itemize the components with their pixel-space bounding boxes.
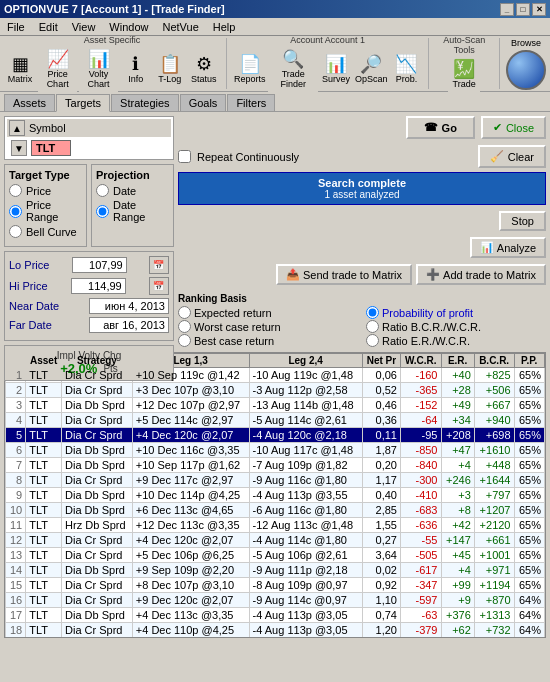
trade-button[interactable]: 💹 Trade	[448, 57, 480, 92]
ranking-prob-radio[interactable]	[366, 306, 379, 319]
row-pp: 64%	[514, 623, 545, 638]
ranking-best-radio[interactable]	[178, 334, 191, 347]
go-button[interactable]: ☎ Go	[406, 116, 475, 139]
main-content: ▲ Symbol ▼ TLT Target Type Price	[0, 112, 550, 352]
table-row[interactable]: 18 TLT Dia Cr Sprd +4 Dec 110p @4,25 -4 …	[6, 623, 545, 638]
target-price-radio[interactable]	[9, 184, 22, 197]
symbol-down-button[interactable]: ▼	[11, 140, 27, 156]
menu-file[interactable]: File	[4, 20, 28, 34]
table-row[interactable]: 1 TLT Dia Cr Sprd +10 Sep 119c @1,42 -10…	[6, 368, 545, 383]
table-row[interactable]: 5 TLT Dia Cr Sprd +4 Dec 120c @2,07 -4 A…	[6, 428, 545, 443]
analyze-button[interactable]: 📊 Analyze	[470, 237, 546, 258]
close-button[interactable]: ✕	[532, 3, 546, 16]
close-button[interactable]: ✔ Close	[481, 116, 546, 139]
table-row[interactable]: 8 TLT Dia Cr Sprd +9 Dec 117c @2,97 -9 A…	[6, 473, 545, 488]
menu-edit[interactable]: Edit	[36, 20, 61, 34]
tab-strategies[interactable]: Strategies	[111, 94, 179, 111]
projection-box: Projection Date Date Range	[91, 164, 174, 247]
target-price-range-radio[interactable]	[9, 205, 22, 218]
price-chart-label: Price Chart	[42, 69, 73, 89]
table-row[interactable]: 3 TLT Dia Db Sprd +12 Dec 107p @2,97 -13…	[6, 398, 545, 413]
table-row[interactable]: 11 TLT Hrz Db Sprd +12 Dec 113c @3,35 -1…	[6, 518, 545, 533]
menu-netvue[interactable]: NetVue	[159, 20, 201, 34]
tab-targets[interactable]: Targets	[56, 94, 110, 112]
row-netpr: 0,06	[362, 368, 400, 383]
row-er: +3	[441, 488, 474, 503]
table-row[interactable]: 12 TLT Dia Cr Sprd +4 Dec 120c @2,07 -4 …	[6, 533, 545, 548]
send-icon: 📤	[286, 268, 300, 281]
row-bcr: +825	[474, 368, 514, 383]
reports-button[interactable]: 📄 Reports	[233, 52, 267, 87]
table-row[interactable]: 14 TLT Dia Db Sprd +9 Sep 109p @2,20 -9 …	[6, 563, 545, 578]
row-er: +4	[441, 458, 474, 473]
row-leg2: -4 Aug 113p @3,05	[249, 623, 362, 638]
go-label: Go	[442, 122, 457, 134]
row-asset: TLT	[26, 533, 62, 548]
prob-button[interactable]: 📉 Prob.	[390, 52, 422, 87]
table-row[interactable]: 9 TLT Dia Db Sprd +10 Dec 114p @4,25 -4 …	[6, 488, 545, 503]
row-pp: 65%	[514, 563, 545, 578]
table-row[interactable]: 6 TLT Dia Db Sprd +10 Dec 116c @3,35 -10…	[6, 443, 545, 458]
survey-button[interactable]: 📊 Survey	[320, 52, 352, 87]
opscan-button[interactable]: 🔎 OpScan	[354, 52, 388, 87]
table-row[interactable]: 19 TLT Dia Db Sprd +8 Dec 120c @2,07 -8 …	[6, 638, 545, 639]
row-leg2: -9 Aug 114c @0,97	[249, 593, 362, 608]
title-buttons[interactable]: _ □ ✕	[500, 3, 546, 16]
add-trade-to-matrix-button[interactable]: ➕ Add trade to Matrix	[416, 264, 546, 285]
table-row[interactable]: 13 TLT Dia Cr Sprd +5 Dec 106p @6,25 -5 …	[6, 548, 545, 563]
stop-button[interactable]: Stop	[499, 211, 546, 231]
row-num: 12	[6, 533, 26, 548]
matrix-button[interactable]: ▦ Matrix	[4, 52, 36, 87]
near-date-input[interactable]	[89, 298, 169, 314]
table-row[interactable]: 16 TLT Dia Cr Sprd +9 Dec 120c @2,07 -9 …	[6, 593, 545, 608]
repeat-checkbox[interactable]	[178, 150, 191, 163]
tab-assets[interactable]: Assets	[4, 94, 55, 111]
data-table-wrapper[interactable]: Asset Strategy Leg 1,3 Leg 2,4 Net Pr W.…	[4, 352, 546, 638]
ranking-worst-radio[interactable]	[178, 320, 191, 333]
status-button[interactable]: ⚙ Status	[188, 52, 220, 87]
account-buttons: 📄 Reports 🔍 Trade Finder 📊 Survey 🔎 OpSc…	[233, 47, 423, 92]
lo-price-input[interactable]	[72, 257, 127, 273]
table-row[interactable]: 10 TLT Dia Db Sprd +6 Dec 113c @4,65 -6 …	[6, 503, 545, 518]
ranking-expected-radio[interactable]	[178, 306, 191, 319]
proj-date-range-radio[interactable]	[96, 205, 109, 218]
row-num: 18	[6, 623, 26, 638]
row-strategy: Dia Cr Sprd	[62, 473, 133, 488]
ranking-ratio-er-radio[interactable]	[366, 334, 379, 347]
menu-help[interactable]: Help	[210, 20, 239, 34]
hi-price-input[interactable]	[71, 278, 126, 294]
table-row[interactable]: 7 TLT Dia Db Sprd +10 Sep 117p @1,62 -7 …	[6, 458, 545, 473]
target-bell-curve-radio[interactable]	[9, 225, 22, 238]
row-leg1: +5 Dec 114c @2,97	[132, 413, 249, 428]
row-num: 15	[6, 578, 26, 593]
lo-price-button[interactable]: 📅	[149, 256, 169, 274]
proj-date-radio[interactable]	[96, 184, 109, 197]
hi-price-button[interactable]: 📅	[149, 277, 169, 295]
trade-finder-button[interactable]: 🔍 Trade Finder	[268, 47, 318, 92]
symbol-header: ▲ Symbol	[7, 119, 171, 137]
price-chart-button[interactable]: 📈 Price Chart	[38, 47, 77, 92]
table-row[interactable]: 15 TLT Dia Cr Sprd +8 Dec 107p @3,10 -8 …	[6, 578, 545, 593]
table-row[interactable]: 4 TLT Dia Cr Sprd +5 Dec 114c @2,97 -5 A…	[6, 413, 545, 428]
row-pp: 65%	[514, 443, 545, 458]
chart-icon: 📊	[480, 241, 494, 254]
tlog-button[interactable]: 📋 T-Log	[154, 52, 186, 87]
symbol-up-button[interactable]: ▲	[9, 120, 25, 136]
maximize-button[interactable]: □	[516, 3, 530, 16]
symbol-value[interactable]: TLT	[31, 140, 71, 156]
table-row[interactable]: 2 TLT Dia Cr Sprd +3 Dec 107p @3,10 -3 A…	[6, 383, 545, 398]
tab-goals[interactable]: Goals	[180, 94, 227, 111]
row-er: +9	[441, 593, 474, 608]
far-date-input[interactable]	[89, 317, 169, 333]
info-button[interactable]: ℹ Info	[120, 52, 152, 87]
minimize-button[interactable]: _	[500, 3, 514, 16]
row-er: +99	[441, 578, 474, 593]
tab-filters[interactable]: Filters	[227, 94, 275, 111]
volty-chart-button[interactable]: 📊 Volty Chart	[79, 47, 118, 92]
send-trade-to-matrix-button[interactable]: 📤 Send trade to Matrix	[276, 264, 412, 285]
clear-button[interactable]: 🧹 Clear	[478, 145, 546, 168]
menu-view[interactable]: View	[69, 20, 99, 34]
menu-window[interactable]: Window	[106, 20, 151, 34]
ranking-ratio-bcr-radio[interactable]	[366, 320, 379, 333]
table-row[interactable]: 17 TLT Dia Db Sprd +4 Dec 113c @3,35 -4 …	[6, 608, 545, 623]
